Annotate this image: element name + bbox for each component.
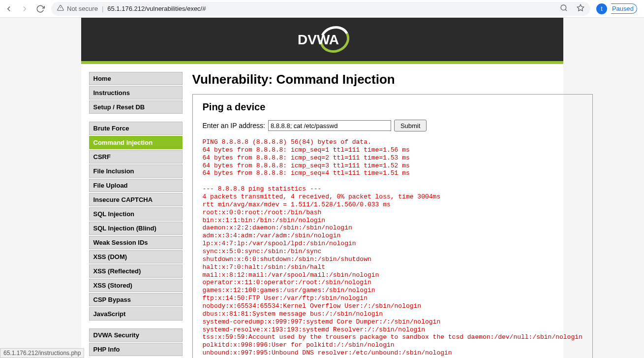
sidebar-item-sql-blind[interactable]: SQL Injection (Blind) xyxy=(89,222,183,235)
status-bar: 65.1.176.212/instructions.php xyxy=(0,348,84,358)
sidebar-item-instructions[interactable]: Instructions xyxy=(89,86,183,99)
sidebar-item-xss-reflected[interactable]: XSS (Reflected) xyxy=(89,264,183,278)
sidebar-item-setup[interactable]: Setup / Reset DB xyxy=(89,100,183,114)
sidebar-item-file-upload[interactable]: File Upload xyxy=(89,179,183,192)
reload-icon[interactable] xyxy=(35,4,45,14)
command-output: PING 8.8.8.8 (8.8.8.8) 56(84) bytes of d… xyxy=(203,138,583,357)
star-icon[interactable] xyxy=(577,4,584,13)
ip-label: Enter an IP address: xyxy=(203,122,265,130)
sidebar-item-xss-dom[interactable]: XSS (DOM) xyxy=(89,250,183,263)
url-text: 65.1.176.212/vulnerabilities/exec/# xyxy=(107,5,206,12)
sidebar-item-phpinfo[interactable]: PHP Info xyxy=(89,343,183,356)
panel-title: Ping a device xyxy=(203,101,583,113)
ping-panel: Ping a device Enter an IP address: Submi… xyxy=(192,94,593,358)
header: DVWA xyxy=(81,18,563,61)
sidebar-item-security[interactable]: DVWA Security xyxy=(89,328,183,342)
sidebar-item-file-inclusion[interactable]: File Inclusion xyxy=(89,164,183,178)
page-wrap: DVWA HomeInstructionsSetup / Reset DB Br… xyxy=(81,18,563,358)
zoom-icon[interactable] xyxy=(560,4,568,13)
sidebar-item-xss-stored[interactable]: XSS (Stored) xyxy=(89,279,183,292)
page-title: Vulnerability: Command Injection xyxy=(192,72,593,87)
ip-input[interactable] xyxy=(268,120,391,131)
security-label: Not secure xyxy=(67,5,98,12)
submit-button[interactable]: Submit xyxy=(394,120,427,131)
dvwa-logo: DVWA xyxy=(293,25,352,54)
main-content: Vulnerability: Command Injection Ping a … xyxy=(192,72,593,358)
sidebar-item-csp-bypass[interactable]: CSP Bypass xyxy=(89,293,183,306)
sidebar-item-weak-session[interactable]: Weak Session IDs xyxy=(89,236,183,249)
profile-paused[interactable]: Paused xyxy=(611,3,637,14)
sidebar-item-home[interactable]: Home xyxy=(89,72,183,85)
sidebar-item-javascript[interactable]: JavaScript xyxy=(89,307,183,321)
sidebar-item-captcha[interactable]: Insecure CAPTCHA xyxy=(89,193,183,206)
warning-icon xyxy=(57,4,64,13)
logo-text: DVWA xyxy=(298,32,339,47)
svg-line-3 xyxy=(565,9,567,11)
browser-chrome: Not secure | 65.1.176.212/vulnerabilitie… xyxy=(0,0,644,18)
sidebar: HomeInstructionsSetup / Reset DB Brute F… xyxy=(89,72,183,358)
url-bar[interactable]: Not secure | 65.1.176.212/vulnerabilitie… xyxy=(51,2,590,16)
sidebar-item-csrf[interactable]: CSRF xyxy=(89,150,183,163)
avatar[interactable]: t xyxy=(596,3,607,14)
svg-point-2 xyxy=(561,5,566,10)
ping-form: Enter an IP address: Submit xyxy=(203,120,583,131)
sidebar-item-sql-injection[interactable]: SQL Injection xyxy=(89,207,183,221)
svg-marker-4 xyxy=(577,4,583,11)
sidebar-item-brute-force[interactable]: Brute Force xyxy=(89,122,183,135)
forward-icon[interactable] xyxy=(20,4,30,14)
sidebar-item-command-injection[interactable]: Command Injection xyxy=(89,136,183,149)
back-icon[interactable] xyxy=(4,4,14,14)
